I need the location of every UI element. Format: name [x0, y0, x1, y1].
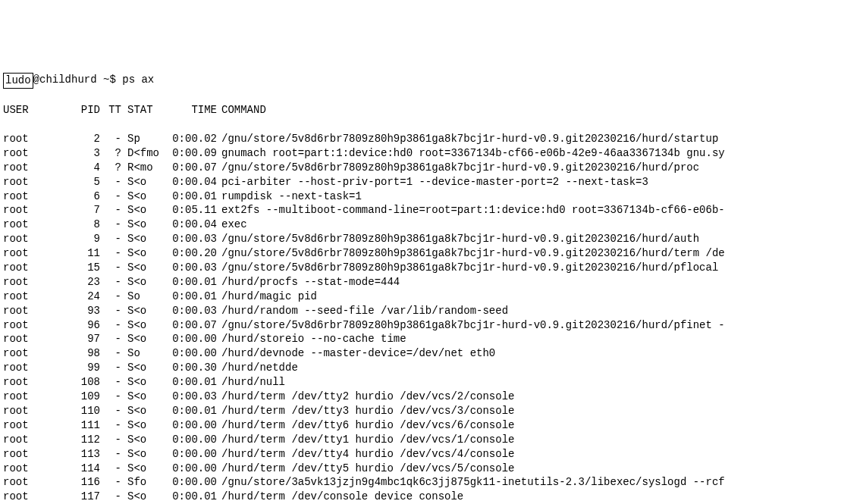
process-row: root9-S<o0:00.03/gnu/store/5v8d6rbr7809z… — [3, 232, 838, 246]
cell-time: 0:00.04 — [167, 218, 221, 232]
cell-pid: 111 — [64, 418, 106, 433]
cell-stat: S<o — [124, 462, 167, 476]
process-row: root110-S<o0:00.01/hurd/term /dev/tty3 h… — [3, 404, 838, 418]
cell-pid: 108 — [64, 375, 106, 390]
cell-pid: 112 — [64, 433, 106, 447]
cell-time: 0:00.01 — [167, 275, 221, 290]
cell-command: rumpdisk --next-task=1 — [221, 189, 838, 204]
prompt-line[interactable]: ludo@childhurd ~$ ps ax — [3, 73, 838, 89]
cell-pid: 3 — [64, 146, 106, 161]
process-row: root7-S<o0:05.11ext2fs --multiboot-comma… — [3, 203, 838, 218]
cell-stat: S<o — [124, 304, 167, 318]
cell-command: /hurd/null — [221, 375, 838, 390]
process-row: root116-Sfo0:00.00/gnu/store/3a5vk13jzjn… — [3, 475, 838, 490]
cell-tt: - — [106, 304, 124, 318]
cell-stat: So — [124, 290, 167, 304]
cell-tt: - — [106, 189, 124, 204]
cell-time: 0:00.07 — [167, 161, 221, 175]
cell-tt: - — [106, 218, 124, 232]
cell-stat: S<o — [124, 218, 167, 232]
cell-time: 0:00.03 — [167, 261, 221, 275]
cell-command: /hurd/procfs --stat-mode=444 — [221, 275, 838, 290]
process-row: root93-S<o0:00.03/hurd/random --seed-fil… — [3, 304, 838, 318]
cell-time: 0:00.03 — [167, 232, 221, 246]
cell-stat: S<o — [124, 261, 167, 275]
cell-pid: 7 — [64, 203, 106, 218]
cell-stat: S<o — [124, 189, 167, 204]
cell-user: root — [3, 346, 64, 361]
process-row: root109-S<o0:00.03/hurd/term /dev/tty2 h… — [3, 390, 838, 404]
cell-command: /gnu/store/5v8d6rbr7809z80h9p3861ga8k7bc… — [221, 132, 838, 146]
cell-user: root — [3, 304, 64, 318]
cell-tt: - — [106, 462, 124, 476]
process-row: root97-S<o0:00.00/hurd/storeio --no-cach… — [3, 332, 838, 346]
cell-pid: 6 — [64, 189, 106, 204]
cell-command: ext2fs --multiboot-command-line=root=par… — [221, 203, 838, 218]
cell-stat: S<o — [124, 433, 167, 447]
cell-time: 0:00.01 — [167, 375, 221, 390]
cell-time: 0:00.00 — [167, 418, 221, 433]
process-row: root11-S<o0:00.20/gnu/store/5v8d6rbr7809… — [3, 246, 838, 261]
cell-stat: Sp — [124, 132, 167, 146]
cell-command: /hurd/random --seed-file /var/lib/random… — [221, 304, 838, 318]
cell-tt: - — [106, 375, 124, 390]
cell-time: 0:00.00 — [167, 332, 221, 346]
cell-stat: S<o — [124, 490, 167, 504]
cell-user: root — [3, 146, 64, 161]
cell-command: /hurd/devnode --master-device=/dev/net e… — [221, 346, 838, 361]
process-header: USERPIDTTSTATTIMECOMMAND — [3, 103, 838, 117]
cell-command: gnumach root=part:1:device:hd0 root=3367… — [221, 146, 838, 161]
cell-user: root — [3, 390, 64, 404]
cell-tt: - — [106, 175, 124, 189]
process-row: root114-S<o0:00.00/hurd/term /dev/tty5 h… — [3, 462, 838, 476]
cell-command: /hurd/term /dev/tty1 hurdio /dev/vcs/1/c… — [221, 433, 838, 447]
cell-stat: S<o — [124, 418, 167, 433]
cell-pid: 114 — [64, 462, 106, 476]
cell-command: /gnu/store/3a5vk13jzjn9g4mbc1qk6c3jj875g… — [221, 475, 838, 490]
header-time: TIME — [167, 103, 221, 117]
cell-command: /gnu/store/5v8d6rbr7809z80h9p3861ga8k7bc… — [221, 232, 838, 246]
cell-tt: - — [106, 232, 124, 246]
cell-user: root — [3, 490, 64, 504]
cell-pid: 99 — [64, 361, 106, 375]
cell-pid: 15 — [64, 261, 106, 275]
cell-stat: S<o — [124, 361, 167, 375]
cell-stat: S<o — [124, 375, 167, 390]
cell-tt: - — [106, 275, 124, 290]
cell-time: 0:00.01 — [167, 490, 221, 504]
cell-stat: S<o — [124, 332, 167, 346]
cell-user: root — [3, 132, 64, 146]
cell-user: root — [3, 189, 64, 204]
cell-pid: 93 — [64, 304, 106, 318]
cell-pid: 8 — [64, 218, 106, 232]
cell-user: root — [3, 375, 64, 390]
cell-user: root — [3, 232, 64, 246]
cell-command: /gnu/store/5v8d6rbr7809z80h9p3861ga8k7bc… — [221, 261, 838, 275]
cell-tt: - — [106, 346, 124, 361]
process-row: root15-S<o0:00.03/gnu/store/5v8d6rbr7809… — [3, 261, 838, 275]
header-tt: TT — [106, 103, 124, 117]
cell-user: root — [3, 475, 64, 490]
cell-command: /gnu/store/5v8d6rbr7809z80h9p3861ga8k7bc… — [221, 318, 838, 333]
cell-pid: 117 — [64, 490, 106, 504]
cell-tt: - — [106, 447, 124, 462]
cell-pid: 24 — [64, 290, 106, 304]
cell-command: exec — [221, 218, 838, 232]
process-list: root2-Sp0:00.02/gnu/store/5v8d6rbr7809z8… — [3, 132, 838, 504]
cell-time: 0:00.00 — [167, 462, 221, 476]
cell-pid: 97 — [64, 332, 106, 346]
cell-tt: - — [106, 433, 124, 447]
cell-user: root — [3, 462, 64, 476]
cell-pid: 109 — [64, 390, 106, 404]
prompt-at: @ — [33, 74, 39, 86]
cell-pid: 116 — [64, 475, 106, 490]
cell-stat: D<fmo — [124, 146, 167, 161]
cell-time: 0:00.09 — [167, 146, 221, 161]
cell-user: root — [3, 361, 64, 375]
prompt-user: ludo — [3, 73, 33, 89]
process-row: root24-So0:00.01/hurd/magic pid — [3, 290, 838, 304]
process-row: root96-S<o0:00.07/gnu/store/5v8d6rbr7809… — [3, 318, 838, 333]
cell-command: /hurd/storeio --no-cache time — [221, 332, 838, 346]
cell-stat: S<o — [124, 447, 167, 462]
cell-user: root — [3, 332, 64, 346]
